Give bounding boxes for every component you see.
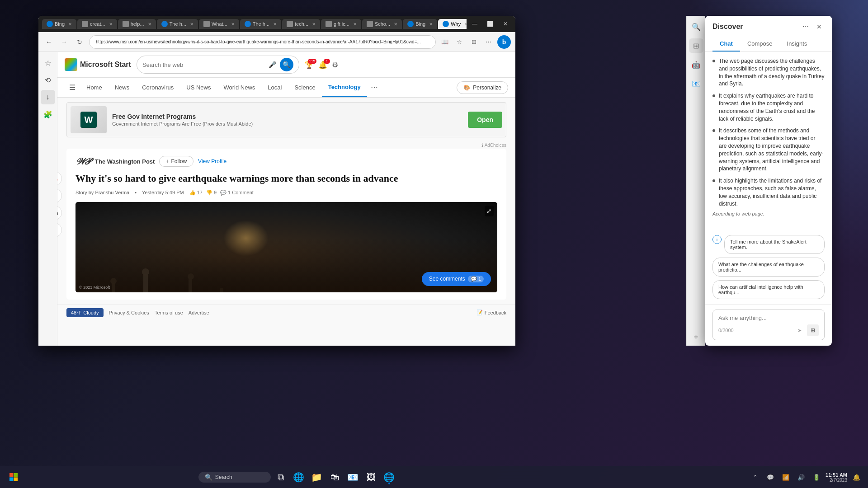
discover-tab-compose[interactable]: Compose xyxy=(740,37,780,52)
tab-close-what[interactable]: ✕ xyxy=(231,22,235,27)
tab-gift[interactable]: gift ic... ✕ xyxy=(321,19,361,29)
feedback-button[interactable]: 📝 Feedback xyxy=(476,310,506,315)
nav-world-news[interactable]: World News xyxy=(217,79,261,96)
terms-link[interactable]: Terms of use xyxy=(155,310,183,315)
ad-open-button[interactable]: Open xyxy=(468,112,502,128)
tab-why[interactable]: Why ✕ xyxy=(438,19,467,29)
dislikes-stat[interactable]: 👎 9 xyxy=(206,190,217,196)
favorites-icon[interactable]: ☆ xyxy=(454,37,465,47)
tab-close-bing2[interactable]: ✕ xyxy=(429,22,433,27)
nav-local[interactable]: Local xyxy=(261,79,288,96)
search-go-button[interactable]: 🔍 xyxy=(280,58,293,71)
chat-icon[interactable]: 💬 xyxy=(764,471,777,483)
nav-science[interactable]: Science xyxy=(288,79,321,96)
network-icon[interactable]: 📶 xyxy=(779,471,792,483)
battery-icon[interactable]: 🔋 xyxy=(810,471,823,483)
close-button[interactable]: ✕ xyxy=(499,19,512,28)
back-button[interactable]: ← xyxy=(43,36,55,48)
sidebar-favorites-icon[interactable]: ☆ xyxy=(41,56,55,70)
see-comments-button[interactable]: See comments 💬 1 xyxy=(422,272,491,286)
reload-button[interactable]: ↻ xyxy=(74,36,85,48)
address-input[interactable] xyxy=(89,35,436,49)
tab-close-scho[interactable]: ✕ xyxy=(394,22,397,27)
tab-close-bing1[interactable]: ✕ xyxy=(68,22,72,27)
more-options-button[interactable]: ⋯ xyxy=(57,223,62,237)
tab-tech[interactable]: tech... ✕ xyxy=(282,19,320,29)
more-tools-icon[interactable]: ⋯ xyxy=(483,37,494,47)
taskbar-search-bar[interactable]: 🔍 Search xyxy=(198,472,271,483)
taskbar-store-button[interactable]: 🛍 xyxy=(327,469,343,485)
sidebar-copilot-icon[interactable]: 🤖 xyxy=(689,57,703,72)
likes-stat[interactable]: 👍 17 xyxy=(189,190,203,196)
tab-close-gift[interactable]: ✕ xyxy=(353,22,357,27)
comments-stat[interactable]: 💬 1 Comment xyxy=(220,190,254,196)
sidebar-add-icon[interactable]: + xyxy=(693,333,698,342)
image-expand-button[interactable]: ⤢ xyxy=(485,206,494,216)
tab-close-create[interactable]: ✕ xyxy=(109,22,113,27)
taskbar-task-view-button[interactable]: ⧉ xyxy=(273,469,289,485)
taskbar-file-explorer-button[interactable]: 📁 xyxy=(309,469,325,485)
msn-search-input[interactable] xyxy=(142,61,265,68)
tab-close-tech[interactable]: ✕ xyxy=(312,22,316,27)
sidebar-apps-icon[interactable]: ⊞ xyxy=(689,38,703,53)
tab-bing1[interactable]: Bing ✕ xyxy=(42,19,76,29)
bing-chat-button[interactable]: b xyxy=(497,35,511,49)
personalize-button[interactable]: 🎨 Personalize xyxy=(457,81,508,94)
collections-icon[interactable]: ⊞ xyxy=(468,37,479,47)
read-view-icon[interactable]: 📖 xyxy=(439,37,450,47)
notification-center-button[interactable]: 🔔 xyxy=(850,471,863,483)
rewards-icon[interactable]: 🏆 115 xyxy=(305,61,314,69)
suggestion-button-2[interactable]: What are the challenges of earthquake pr… xyxy=(712,258,825,277)
nav-home[interactable]: Home xyxy=(80,79,108,96)
discover-tab-insights[interactable]: Insights xyxy=(780,37,815,52)
follow-button[interactable]: + Follow xyxy=(159,156,193,167)
nav-technology[interactable]: Technology xyxy=(322,78,367,97)
discover-tab-chat[interactable]: Chat xyxy=(712,37,740,52)
volume-icon[interactable]: 🔊 xyxy=(795,471,807,483)
tab-close-help[interactable]: ✕ xyxy=(148,22,151,27)
discover-options-icon[interactable]: ⋯ xyxy=(800,21,811,32)
tab-close-the2[interactable]: ✕ xyxy=(273,22,277,27)
search-mic-icon[interactable]: 🎤 xyxy=(269,61,276,68)
taskbar-clock[interactable]: 11:51 AM 2/7/2023 xyxy=(826,472,847,483)
tab-create[interactable]: creat... ✕ xyxy=(77,19,117,29)
taskbar-photos-button[interactable]: 🖼 xyxy=(363,469,379,485)
tab-close-why[interactable]: ✕ xyxy=(464,22,467,27)
show-hidden-icons-button[interactable]: ⌃ xyxy=(749,471,761,483)
sidebar-downloads-icon[interactable]: ↓ xyxy=(41,90,55,104)
nav-more-icon[interactable]: ⋯ xyxy=(367,78,382,97)
settings-icon[interactable]: ⚙ xyxy=(332,61,338,69)
save-article-button[interactable]: 🔖 xyxy=(57,171,62,186)
forward-button[interactable]: → xyxy=(58,36,70,48)
nav-news[interactable]: News xyxy=(108,79,136,96)
tab-close-the1[interactable]: ✕ xyxy=(190,22,193,27)
privacy-link[interactable]: Privacy & Cookies xyxy=(109,310,149,315)
tab-the2[interactable]: The h... ✕ xyxy=(240,19,281,29)
nav-us-news[interactable]: US News xyxy=(180,79,217,96)
ask-input[interactable] xyxy=(718,314,819,321)
tab-help[interactable]: help... ✕ xyxy=(118,19,156,29)
tab-scho[interactable]: Scho... ✕ xyxy=(362,19,402,29)
maximize-button[interactable]: ⬜ xyxy=(484,19,496,28)
taskbar-outlook-button[interactable]: 📧 xyxy=(345,469,361,485)
notifications-icon[interactable]: 🔔 1 xyxy=(318,61,327,69)
nav-coronavirus[interactable]: Coronavirus xyxy=(136,79,180,96)
sidebar-extensions-icon[interactable]: 🧩 xyxy=(41,107,55,122)
sidebar-bing-icon[interactable]: 🔍 xyxy=(689,19,703,34)
tab-bing2[interactable]: Bing ✕ xyxy=(403,19,437,29)
view-profile-link[interactable]: View Profile xyxy=(198,158,226,164)
hamburger-menu-icon[interactable]: ☰ xyxy=(65,78,80,97)
minimize-button[interactable]: — xyxy=(468,19,481,28)
taskbar-edge-button[interactable]: 🌐 xyxy=(291,469,307,485)
suggestion-button-3[interactable]: How can artificial intelligence help wit… xyxy=(712,280,825,299)
ask-send-button[interactable]: ➤ xyxy=(793,324,805,336)
advertise-link[interactable]: Advertise xyxy=(189,310,209,315)
ask-mode-button[interactable]: ⊞ xyxy=(807,324,819,336)
sidebar-outlook-icon[interactable]: 📧 xyxy=(689,76,703,91)
start-button[interactable] xyxy=(5,469,22,485)
suggestion-button-1[interactable]: Tell me more about the ShakeAlert system… xyxy=(724,235,825,254)
sidebar-history-icon[interactable]: ⟲ xyxy=(41,73,55,87)
share-article-button[interactable]: ↗ xyxy=(57,188,62,203)
discover-close-icon[interactable]: ✕ xyxy=(814,21,825,32)
text-size-button[interactable]: Aa xyxy=(57,206,62,220)
